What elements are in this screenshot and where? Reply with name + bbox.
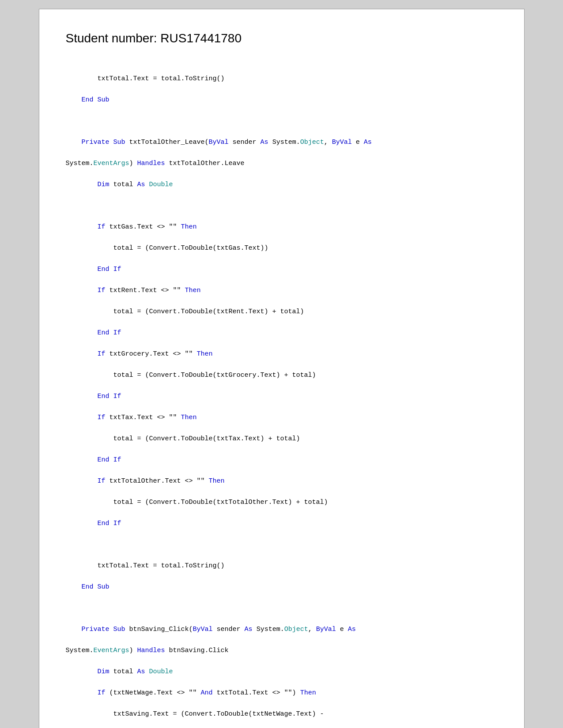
code-line: If txtGrocery.Text <> "" Then (66, 350, 213, 358)
page: Student number: RUS17441780 txtTotal.Tex… (39, 9, 525, 728)
code-block: txtTotal.Text = total.ToString() End Sub… (66, 63, 498, 728)
code-line: Private Sub txtTotalOther_Leave(ByVal se… (66, 139, 372, 146)
code-line: End Sub (66, 583, 110, 591)
code-line: If txtRent.Text <> "" Then (66, 287, 201, 294)
code-line: If txtTotalOther.Text <> "" Then (66, 477, 225, 485)
code-line: If txtTax.Text <> "" Then (66, 414, 197, 421)
code-line: txtTotal.Text = total.ToString() (66, 75, 225, 83)
code-line: System.EventArgs) Handles btnSaving.Clic… (66, 647, 229, 654)
code-line: Dim total As Double (66, 668, 173, 675)
code-line: total = (Convert.ToDouble(txtGrocery.Tex… (66, 372, 316, 379)
code-line: End If (66, 393, 121, 400)
student-number-heading: Student number: RUS17441780 (66, 31, 498, 45)
code-line: System.EventArgs) Handles txtTotalOther.… (66, 160, 245, 167)
code-line: Private Sub btnSaving_Click(ByVal sender… (66, 626, 356, 633)
code-line: Dim total As Double (66, 181, 173, 188)
code-line: total = (Convert.ToDouble(txtRent.Text) … (66, 308, 304, 315)
code-line: End If (66, 456, 121, 464)
code-line: total = (Convert.ToDouble(txtGas.Text)) (66, 244, 268, 252)
code-line: total = (Convert.ToDouble(txtTax.Text) +… (66, 435, 300, 443)
code-line: If (txtNetWage.Text <> "" And txtTotal.T… (66, 689, 316, 697)
code-line: txtTotal.Text = total.ToString() (66, 562, 225, 570)
code-line: End If (66, 266, 121, 273)
code-line: End If (66, 329, 121, 337)
code-line: End Sub (66, 96, 110, 104)
code-line: End If (66, 520, 121, 527)
code-line: txtSaving.Text = (Convert.ToDouble(txtNe… (66, 710, 324, 718)
code-line: If txtGas.Text <> "" Then (66, 223, 197, 231)
code-line: total = (Convert.ToDouble(txtTotalOther.… (66, 499, 328, 506)
